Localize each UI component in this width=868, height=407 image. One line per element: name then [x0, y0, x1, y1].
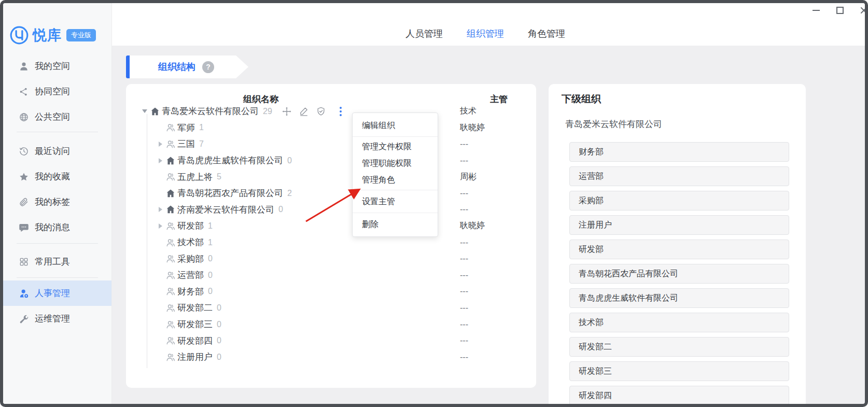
org-name: 运营部: [177, 269, 204, 281]
tree-row[interactable]: 研发部三0---: [126, 316, 536, 333]
org-name: 五虎上将: [177, 171, 213, 183]
tree-row[interactable]: 军师1耿晓婷: [126, 120, 536, 136]
sub-org-card[interactable]: 运营部: [569, 166, 789, 186]
people-icon: [165, 352, 176, 362]
sub-org-card[interactable]: 技术部: [569, 313, 789, 332]
star-icon: [19, 172, 29, 182]
tree-row[interactable]: 五虎上将5周彬: [126, 169, 536, 185]
sidebar-item-recent-visits[interactable]: 最近访问: [3, 138, 111, 164]
org-member-count: 0: [217, 320, 221, 329]
help-icon[interactable]: ?: [202, 61, 214, 73]
menu-item-set-supervisor[interactable]: 设置主管: [353, 192, 438, 211]
caret-down-icon[interactable]: [139, 106, 150, 117]
sub-org-card[interactable]: 财务部: [569, 142, 789, 162]
sub-org-list: 财务部运营部采购部注册用户研发部青岛朝花西农产品有限公司青岛虎虎生威软件有限公司…: [569, 142, 789, 407]
tree-row[interactable]: 财务部0---: [126, 284, 536, 300]
menu-item-delete[interactable]: 删除: [353, 215, 438, 234]
caret-right-icon[interactable]: [155, 156, 165, 166]
sidebar-item-ops-management[interactable]: 运维管理: [3, 306, 111, 331]
top-tabs: 人员管理组织管理角色管理: [405, 22, 565, 46]
org-member-count: 0: [217, 336, 221, 345]
tree-row[interactable]: 研发部四0---: [126, 332, 536, 349]
sidebar-item-hr-management[interactable]: 人事管理: [3, 280, 111, 306]
sidebar-item-label: 运维管理: [35, 313, 70, 325]
tab-org-structure[interactable]: 组织结构 ?: [126, 55, 248, 78]
caret-right-icon[interactable]: [155, 221, 165, 231]
globe-icon: [19, 112, 29, 122]
tree-row[interactable]: 技术部1---: [126, 234, 536, 251]
tab-personnel-management[interactable]: 人员管理: [405, 27, 443, 40]
people-icon: [165, 172, 176, 182]
sidebar-item-my-messages[interactable]: 我的消息: [3, 215, 111, 240]
org-name: 三国: [177, 138, 195, 150]
app-logo-icon: [9, 25, 29, 45]
menu-item-manage-roles[interactable]: 管理角色: [353, 172, 438, 188]
sidebar: 悦库 专业版 我的空间协同空间公共空间最近访问我的收藏我的标签我的消息常用工具人…: [3, 3, 112, 404]
org-member-count: 0: [217, 353, 221, 362]
supervisor-value: ---: [460, 156, 468, 165]
org-name: 注册用户: [177, 351, 213, 363]
sub-org-card[interactable]: 研发部三: [569, 361, 789, 381]
org-tree-rows: 青岛爱米云软件有限公司29技术军师1耿晓婷三国7---青岛虎虎生威软件有限公司0…: [126, 103, 536, 366]
sidebar-item-common-tools[interactable]: 常用工具: [3, 249, 111, 274]
tree-row[interactable]: 研发部1耿晓婷: [126, 218, 536, 234]
caret-right-icon[interactable]: [155, 139, 165, 149]
sidebar-item-label: 常用工具: [35, 256, 70, 268]
tree-row[interactable]: 青岛朝花西农产品有限公司2---: [126, 185, 536, 202]
org-name: 青岛爱米云软件有限公司: [162, 105, 259, 117]
sub-org-card[interactable]: 采购部: [569, 191, 789, 210]
caret-spacer: [155, 286, 165, 297]
share-icon: [19, 87, 29, 97]
supervisor-value: 周彬: [460, 172, 477, 183]
sub-org-card[interactable]: 研发部二: [569, 337, 789, 357]
minimize-button[interactable]: [812, 6, 820, 15]
sidebar-item-public-space[interactable]: 公共空间: [3, 104, 111, 130]
tree-row[interactable]: 注册用户0---: [126, 349, 536, 366]
sidebar-divider: [17, 132, 98, 132]
shield-icon[interactable]: [316, 106, 326, 117]
org-name: 青岛虎虎生威软件有限公司: [177, 155, 283, 166]
tree-row[interactable]: 研发部二0---: [126, 300, 536, 316]
menu-item-edit-org[interactable]: 编辑组织: [353, 116, 438, 135]
caret-spacer: [155, 254, 165, 264]
tab-role-management[interactable]: 角色管理: [528, 27, 565, 40]
people-icon: [165, 319, 176, 330]
tree-row[interactable]: 济南爱米云软件有限公司0---: [126, 202, 536, 218]
sub-org-card[interactable]: 青岛朝花西农产品有限公司: [569, 264, 789, 284]
people-icon: [165, 221, 176, 231]
tree-row[interactable]: 采购部0---: [126, 250, 536, 267]
menu-item-manage-function-permissions[interactable]: 管理职能权限: [353, 155, 438, 172]
tree-row[interactable]: 青岛爱米云软件有限公司29技术: [126, 103, 536, 120]
tree-row[interactable]: 青岛虎虎生威软件有限公司0---: [126, 152, 536, 169]
org-name: 财务部: [177, 286, 204, 298]
sidebar-item-my-favorites[interactable]: 我的收藏: [3, 164, 111, 189]
sub-org-card[interactable]: 青岛虎虎生威软件有限公司: [569, 288, 789, 308]
close-button[interactable]: [860, 6, 868, 15]
brand: 悦库 专业版: [3, 25, 111, 46]
sidebar-item-label: 最近访问: [35, 145, 70, 157]
caret-right-icon[interactable]: [155, 204, 165, 215]
menu-item-manage-file-permissions[interactable]: 管理文件权限: [353, 138, 438, 155]
app-window: 悦库 专业版 我的空间协同空间公共空间最近访问我的收藏我的标签我的消息常用工具人…: [0, 0, 868, 407]
wrench-icon: [19, 314, 29, 324]
sub-org-card[interactable]: 研发部: [569, 240, 789, 259]
sidebar-item-label: 公共空间: [35, 111, 70, 123]
org-name: 青岛朝花西农产品有限公司: [177, 187, 283, 199]
edition-badge: 专业版: [66, 29, 96, 41]
tree-row[interactable]: 运营部0---: [126, 267, 536, 284]
sidebar-item-team-space[interactable]: 协同空间: [3, 79, 111, 104]
edit-icon[interactable]: [299, 106, 309, 117]
org-member-count: 7: [199, 139, 204, 149]
sub-org-card[interactable]: 注册用户: [569, 215, 789, 235]
maximize-button[interactable]: [836, 6, 844, 15]
sub-org-card[interactable]: 研发部四: [569, 386, 789, 405]
caret-spacer: [155, 188, 165, 199]
supervisor-value: ---: [460, 287, 468, 296]
more-menu-trigger-icon[interactable]: [340, 107, 342, 116]
sidebar-item-my-space[interactable]: 我的空间: [3, 53, 111, 79]
move-icon[interactable]: [282, 106, 292, 117]
tree-row[interactable]: 三国7---: [126, 136, 536, 152]
sub-org-panel: 下级组织 青岛爱米云软件有限公司 财务部运营部采购部注册用户研发部青岛朝花西农产…: [549, 84, 806, 407]
sidebar-item-my-tags[interactable]: 我的标签: [3, 189, 111, 215]
tab-organization-management[interactable]: 组织管理: [467, 27, 504, 40]
